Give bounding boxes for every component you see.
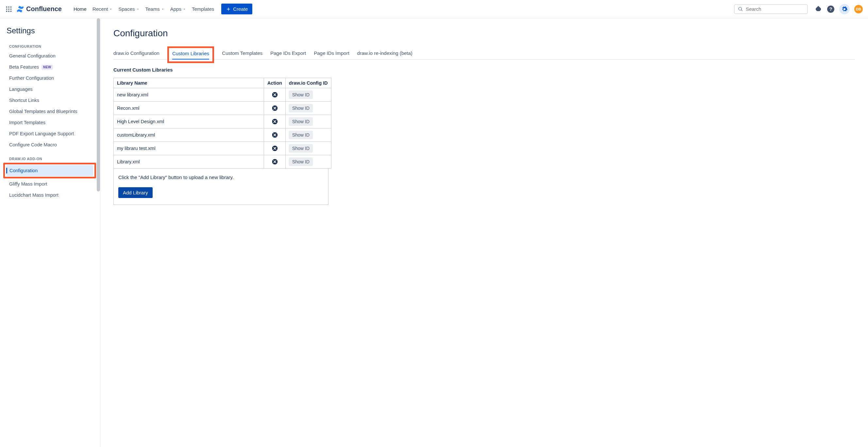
sidebar-item[interactable]: Global Templates and Blueprints	[6, 106, 97, 117]
nav-recent[interactable]: Recent	[92, 6, 113, 12]
sidebar-item-label: Lucidchart Mass Import	[9, 192, 59, 198]
config-id-cell: Show ID	[286, 115, 331, 128]
delete-icon[interactable]	[267, 92, 282, 98]
sidebar-item-label: Further Configuration	[9, 75, 54, 81]
svg-point-0	[6, 6, 7, 7]
sidebar-title: Settings	[6, 26, 97, 35]
table-row: my libraru test.xmlShow ID	[114, 142, 331, 155]
sidebar-section-heading: CONFIGURATION	[9, 44, 97, 49]
hint-text: Click the "Add Library" button to upload…	[118, 174, 323, 180]
library-name-cell: Recon.xml	[114, 102, 264, 115]
library-name-cell: my libraru test.xml	[114, 142, 264, 155]
col-library-name: Library Name	[114, 78, 264, 88]
tab[interactable]: draw.io Configuration	[114, 48, 159, 59]
show-id-button[interactable]: Show ID	[289, 131, 313, 139]
nav-home[interactable]: Home	[73, 6, 87, 12]
delete-icon[interactable]	[267, 105, 282, 111]
nav-templates[interactable]: Templates	[192, 6, 214, 12]
highlight-annotation: Configuration	[3, 163, 96, 179]
sidebar-item[interactable]: Shortcut Links	[6, 95, 97, 106]
delete-icon[interactable]	[267, 158, 282, 165]
sidebar-item[interactable]: Languages	[6, 84, 97, 95]
add-library-label: Add Library	[123, 190, 148, 195]
svg-point-8	[10, 10, 12, 12]
table-row: customLibrary.xmlShow ID	[114, 128, 331, 142]
table-row: Library.xmlShow ID	[114, 155, 331, 169]
topbar: Confluence Home Recent Spaces Teams Apps…	[0, 0, 868, 18]
highlight-annotation: Custom Libraries	[167, 46, 214, 63]
tab[interactable]: Page IDs Export	[270, 48, 306, 59]
content-area: Configuration draw.io ConfigurationCusto…	[100, 18, 868, 447]
section-heading: Current Custom Libraries	[114, 67, 855, 72]
sidebar-item[interactable]: General Configuration	[6, 50, 97, 61]
chevron-down-icon	[136, 7, 140, 11]
svg-point-5	[10, 8, 12, 10]
svg-point-1	[8, 6, 9, 7]
delete-icon[interactable]	[267, 118, 282, 125]
add-library-button[interactable]: Add Library	[118, 187, 153, 198]
libraries-table: Library Name Action draw.io Config ID ne…	[114, 78, 331, 169]
sidebar-item-label: PDF Export Language Support	[9, 131, 74, 136]
nav-spaces[interactable]: Spaces	[118, 6, 139, 12]
sidebar-item[interactable]: PDF Export Language Support	[6, 128, 97, 139]
svg-point-4	[8, 8, 9, 10]
help-icon[interactable]: ?	[827, 5, 835, 13]
sidebar-item[interactable]: Beta FeaturesNEW	[6, 61, 97, 72]
sidebar-item[interactable]: Configure Code Macro	[6, 139, 97, 150]
sidebar-item[interactable]: Lucidchart Mass Import	[6, 190, 97, 201]
create-button-label: Create	[233, 6, 248, 12]
svg-point-7	[8, 10, 9, 12]
table-row: Recon.xmlShow ID	[114, 102, 331, 115]
action-cell	[264, 142, 286, 155]
table-row: new library.xmlShow ID	[114, 88, 331, 102]
sidebar-item-label: Gliffy Mass Import	[9, 181, 48, 187]
confluence-logo-icon[interactable]	[16, 5, 24, 13]
nav-recent-label: Recent	[92, 6, 108, 12]
sidebar-section-heading: DRAW.IO ADD-ON	[9, 157, 97, 161]
chevron-down-icon	[183, 7, 186, 11]
delete-icon[interactable]	[267, 145, 282, 152]
show-id-button[interactable]: Show ID	[289, 104, 313, 113]
tabs: draw.io ConfigurationCustom LibrariesCus…	[114, 48, 855, 60]
nav-teams[interactable]: Teams	[146, 6, 164, 12]
chevron-down-icon	[109, 7, 113, 11]
tab[interactable]: Page IDs Import	[314, 48, 349, 59]
notifications-icon[interactable]	[814, 5, 822, 13]
table-row: High Level Design.xmlShow ID	[114, 115, 331, 128]
action-cell	[264, 128, 286, 142]
sidebar-item[interactable]: Gliffy Mass Import	[6, 179, 97, 190]
svg-point-3	[6, 8, 7, 10]
sidebar-item[interactable]: Configuration	[6, 165, 93, 176]
app-switcher-icon[interactable]	[5, 5, 12, 13]
tab[interactable]: draw.io re-indexing (beta)	[357, 48, 412, 59]
sidebar-item[interactable]: Further Configuration	[6, 72, 97, 84]
product-name[interactable]: Confluence	[26, 5, 62, 13]
new-badge: NEW	[41, 65, 53, 70]
show-id-button[interactable]: Show ID	[289, 91, 313, 99]
library-name-cell: customLibrary.xml	[114, 128, 264, 142]
chevron-down-icon	[161, 7, 164, 11]
nav-apps[interactable]: Apps	[170, 6, 186, 12]
show-id-button[interactable]: Show ID	[289, 117, 313, 126]
search-icon	[738, 6, 743, 12]
search-input[interactable]	[746, 6, 804, 12]
sidebar-item-label: Configure Code Macro	[9, 142, 57, 147]
config-id-cell: Show ID	[286, 155, 331, 169]
sidebar-item-label: General Configuration	[9, 53, 56, 59]
tab[interactable]: Custom Templates	[222, 48, 262, 59]
show-id-button[interactable]: Show ID	[289, 144, 313, 153]
show-id-button[interactable]: Show ID	[289, 158, 313, 166]
avatar-initials: DB	[856, 7, 861, 11]
sidebar-item-label: Shortcut Links	[9, 98, 39, 103]
delete-icon[interactable]	[267, 132, 282, 138]
search-input-wrapper[interactable]	[734, 4, 808, 14]
library-name-cell: Library.xml	[114, 155, 264, 169]
config-id-cell: Show ID	[286, 128, 331, 142]
user-avatar[interactable]: DB	[854, 5, 863, 13]
sidebar-item[interactable]: Import Templates	[6, 117, 97, 128]
action-cell	[264, 155, 286, 169]
col-action: Action	[264, 78, 286, 88]
settings-icon[interactable]	[839, 4, 850, 14]
create-button[interactable]: Create	[221, 4, 252, 14]
tab[interactable]: Custom Libraries	[172, 51, 209, 60]
